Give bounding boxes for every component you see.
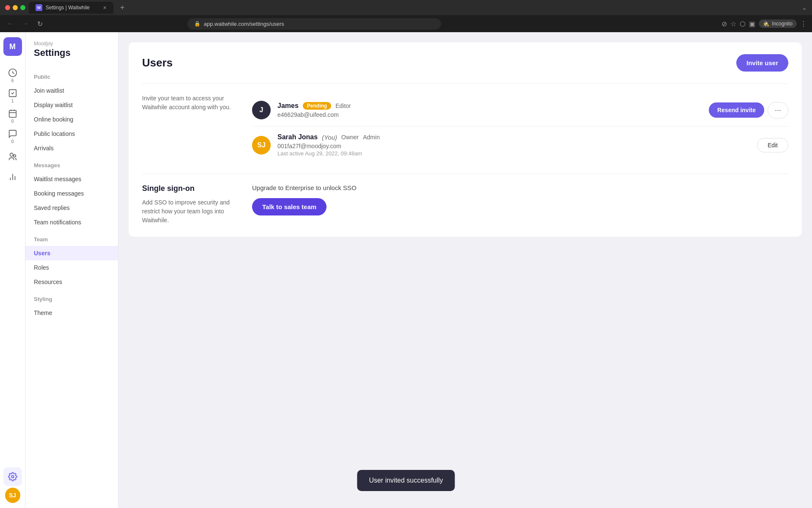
browser-chrome: W Settings | Waitwhile × + ⌄	[0, 0, 812, 15]
messages-section-label: Messages	[25, 155, 118, 172]
public-section-label: Public	[25, 67, 118, 83]
tab-title: Settings | Waitwhile	[46, 5, 90, 11]
resend-invite-button[interactable]: Resend invite	[709, 102, 764, 118]
avatar: SJ	[252, 136, 271, 155]
sidebar: Moodjoy Settings Public Join waitlist Di…	[25, 32, 118, 508]
icon-bar-top: M 6 1 0 0	[3, 37, 22, 186]
sidebar-item-display-waitlist[interactable]: Display waitlist	[25, 98, 118, 112]
sidebar-item-booking-messages[interactable]: Booking messages	[25, 186, 118, 201]
active-browser-tab[interactable]: W Settings | Waitwhile ×	[29, 2, 113, 14]
sidebar-header: Moodjoy Settings	[25, 41, 118, 67]
status-badge: Pending	[303, 102, 331, 110]
forward-button[interactable]: →	[20, 18, 30, 29]
new-tab-btn[interactable]: +	[120, 3, 125, 12]
user-role-badge: Editor	[335, 102, 351, 109]
sidebar-item-saved-replies[interactable]: Saved replies	[25, 201, 118, 215]
user-email: 001fa27f@moodjoy.com	[277, 143, 750, 149]
users-list: J James Pending Editor e46629ab@uifeed.c…	[252, 94, 788, 163]
table-row: SJ Sarah Jonas (You) Owner Admin 001fa27…	[252, 127, 788, 163]
sso-upgrade-text: Upgrade to Enterprise to unlock SSO	[252, 184, 788, 191]
address-bar[interactable]: 🔒 app.waitwhile.com/settings/users	[187, 18, 441, 30]
admin-badge: Admin	[363, 134, 380, 141]
sidebar-item-settings-icon[interactable]	[3, 467, 22, 486]
card-header: Users Invite user	[142, 54, 788, 72]
sidebar-item-team-icon[interactable]	[3, 147, 22, 166]
user-info: Sarah Jonas (You) Owner Admin 001fa27f@m…	[277, 133, 750, 157]
user-avatar-icon[interactable]: SJ	[5, 488, 20, 503]
user-email: e46629ab@uifeed.com	[277, 111, 702, 118]
team-section-label: Team	[25, 229, 118, 246]
sso-title: Single sign-on	[142, 184, 235, 193]
edit-user-button[interactable]: Edit	[757, 138, 788, 152]
sidebar-item-public-locations[interactable]: Public locations	[25, 127, 118, 141]
sso-section: Single sign-on Add SSO to improve securi…	[142, 184, 788, 225]
user-name: Sarah Jonas	[277, 133, 318, 141]
users-description: Invite your team to access your Waitwhil…	[142, 94, 235, 163]
refresh-button[interactable]: ↻	[36, 18, 44, 30]
sidebar-item-resources[interactable]: Resources	[25, 275, 118, 289]
section-divider-1	[142, 83, 788, 84]
company-name: Moodjoy	[34, 41, 110, 47]
icon-bar: M 6 1 0 0	[0, 32, 25, 508]
menu-icon[interactable]: ⋮	[800, 20, 807, 28]
toast-notification: User invited successfully	[357, 470, 455, 491]
svg-point-9	[13, 155, 16, 157]
incognito-label: Incognito	[772, 21, 793, 27]
browser-toolbar: ← → ↻ 🔒 app.waitwhile.com/settings/users…	[0, 15, 812, 32]
sidebar-item-calendar-icon[interactable]: 0	[3, 107, 22, 125]
lock-icon: 🔒	[194, 21, 200, 27]
users-card: Users Invite user Invite your team to ac…	[129, 42, 802, 237]
sso-right: Upgrade to Enterprise to unlock SSO Talk…	[252, 184, 788, 215]
back-button[interactable]: ←	[5, 18, 15, 29]
users-description-text: Invite your team to access your Waitwhil…	[142, 94, 235, 112]
user-actions: Edit	[757, 138, 788, 152]
user-actions: Resend invite ···	[709, 102, 788, 119]
extensions-icon[interactable]: ⬡	[740, 20, 746, 28]
sidebar-item-roles[interactable]: Roles	[25, 260, 118, 275]
sidebar-item-online-booking[interactable]: Online booking	[25, 112, 118, 127]
tasks-count: 1	[11, 99, 14, 103]
app-logo[interactable]: M	[3, 37, 22, 56]
sidebar-item-team-notifications[interactable]: Team notifications	[25, 215, 118, 229]
svg-point-8	[10, 153, 13, 156]
sidebar-item-theme[interactable]: Theme	[25, 306, 118, 320]
calendar-count: 0	[11, 119, 14, 124]
user-last-active: Last active Aug 29, 2022, 09:48am	[277, 150, 750, 157]
sidebar-item-analytics-icon[interactable]	[3, 168, 22, 186]
user-info: James Pending Editor e46629ab@uifeed.com	[277, 102, 702, 118]
incognito-badge: 🕵 Incognito	[759, 19, 797, 28]
address-text: app.waitwhile.com/settings/users	[204, 21, 284, 27]
sidebar-item-users[interactable]: Users	[25, 246, 118, 260]
settings-title: Settings	[34, 47, 110, 58]
main-content: Users Invite user Invite your team to ac…	[118, 32, 812, 508]
tab-close-btn[interactable]: ×	[103, 4, 107, 11]
section-divider-2	[142, 174, 788, 174]
sidebar-item-join-waitlist[interactable]: Join waitlist	[25, 83, 118, 98]
toast-message: User invited successfully	[369, 477, 443, 484]
close-window-btn[interactable]	[5, 5, 10, 10]
sidebar-item-chat-icon[interactable]: 0	[3, 127, 22, 146]
waitlist-count: 6	[11, 78, 14, 83]
icon-bar-bottom: SJ	[3, 467, 22, 503]
svg-line-2	[13, 73, 14, 74]
avatar: J	[252, 101, 271, 119]
users-section: Invite your team to access your Waitwhil…	[142, 94, 788, 163]
maximize-window-btn[interactable]	[20, 5, 25, 10]
incognito-icon: 🕵	[763, 21, 769, 27]
sso-left: Single sign-on Add SSO to improve securi…	[142, 184, 235, 225]
tab-expand-icon: ⌄	[802, 4, 807, 11]
sidebar-item-waitlist-icon[interactable]: 6	[3, 66, 22, 85]
sso-description: Add SSO to improve security and restrict…	[142, 198, 235, 225]
user-name: James	[277, 102, 299, 110]
split-view-icon[interactable]: ▣	[749, 20, 755, 28]
sidebar-item-arrivals[interactable]: Arrivals	[25, 141, 118, 155]
bookmark-icon[interactable]: ☆	[730, 20, 736, 28]
talk-to-sales-button[interactable]: Talk to sales team	[252, 198, 326, 215]
invite-user-button[interactable]: Invite user	[736, 54, 788, 72]
minimize-window-btn[interactable]	[13, 5, 18, 10]
more-options-button[interactable]: ···	[768, 102, 788, 119]
app-container: M 6 1 0 0	[0, 32, 812, 508]
page-title: Users	[142, 56, 173, 69]
sidebar-item-waitlist-messages[interactable]: Waitlist messages	[25, 172, 118, 186]
sidebar-item-tasks-icon[interactable]: 1	[3, 86, 22, 105]
